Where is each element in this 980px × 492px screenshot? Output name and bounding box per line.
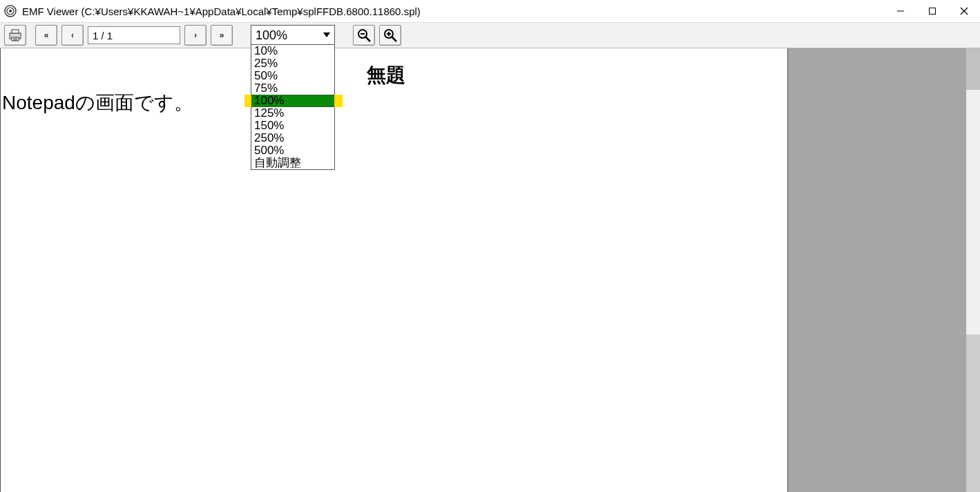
zoom-option[interactable]: 25% <box>251 57 334 70</box>
close-button[interactable] <box>948 0 980 22</box>
app-icon <box>4 5 17 17</box>
canvas-background <box>788 48 966 492</box>
document-title: 無題 <box>367 62 405 88</box>
svg-line-14 <box>366 37 371 42</box>
page-input[interactable]: 1 / 1 <box>88 26 180 44</box>
svg-line-17 <box>392 37 397 42</box>
chevron-down-icon <box>322 28 332 43</box>
next-page-button[interactable]: › <box>184 25 206 46</box>
zoom-option[interactable]: 500% <box>251 144 334 157</box>
zoom-option[interactable]: 75% <box>251 82 334 95</box>
document-body: Notepadの画面です。 <box>2 90 193 116</box>
zoom-dropdown[interactable]: 10%25%50%75%100%125%150%250%500%自動調整 <box>251 44 335 170</box>
svg-point-2 <box>9 10 12 12</box>
scrollbar-thumb[interactable] <box>966 334 980 492</box>
prev-page-button[interactable]: ‹ <box>61 25 84 46</box>
titlebar-left: EMF Viewer (C:¥Users¥KKAWAH~1¥AppData¥Lo… <box>0 5 421 17</box>
printer-icon <box>8 28 23 42</box>
toolbar: « ‹ 1 / 1 › » 100% 10%25%50%75%100%125%1… <box>0 23 980 48</box>
zoom-select[interactable]: 100% <box>251 25 335 46</box>
scrollbar-track[interactable] <box>966 90 980 334</box>
svg-marker-12 <box>323 32 330 37</box>
zoom-option[interactable]: 150% <box>251 120 334 132</box>
zoom-out-button[interactable] <box>353 25 375 46</box>
window-title: EMF Viewer (C:¥Users¥KKAWAH~1¥AppData¥Lo… <box>22 6 421 17</box>
titlebar: EMF Viewer (C:¥Users¥KKAWAH~1¥AppData¥Lo… <box>0 0 980 23</box>
zoom-out-icon <box>356 28 372 43</box>
vertical-scrollbar[interactable] <box>966 48 980 492</box>
scrollbar-up[interactable] <box>966 48 980 90</box>
zoom-option[interactable]: 50% <box>251 70 334 82</box>
zoom-option[interactable]: 100% <box>251 95 334 107</box>
zoom-option[interactable]: 10% <box>251 45 334 57</box>
zoom-wrap: 100% 10%25%50%75%100%125%150%250%500%自動調… <box>251 25 335 46</box>
zoom-in-button[interactable] <box>379 25 401 46</box>
print-button[interactable] <box>4 25 26 46</box>
first-page-button[interactable]: « <box>35 25 57 46</box>
svg-rect-4 <box>930 8 936 15</box>
page-view[interactable]: 無題 Notepadの画面です。 <box>0 48 788 492</box>
zoom-value: 100% <box>256 28 287 43</box>
window-controls <box>885 0 980 22</box>
last-page-button[interactable]: » <box>211 25 233 46</box>
content-area: 無題 Notepadの画面です。 <box>0 48 980 492</box>
maximize-button[interactable] <box>916 0 948 22</box>
zoom-option[interactable]: 250% <box>251 132 334 144</box>
zoom-option[interactable]: 125% <box>251 107 334 120</box>
svg-rect-8 <box>12 30 19 33</box>
minimize-button[interactable] <box>885 0 916 22</box>
zoom-in-icon <box>383 28 398 43</box>
zoom-option[interactable]: 自動調整 <box>251 157 334 169</box>
